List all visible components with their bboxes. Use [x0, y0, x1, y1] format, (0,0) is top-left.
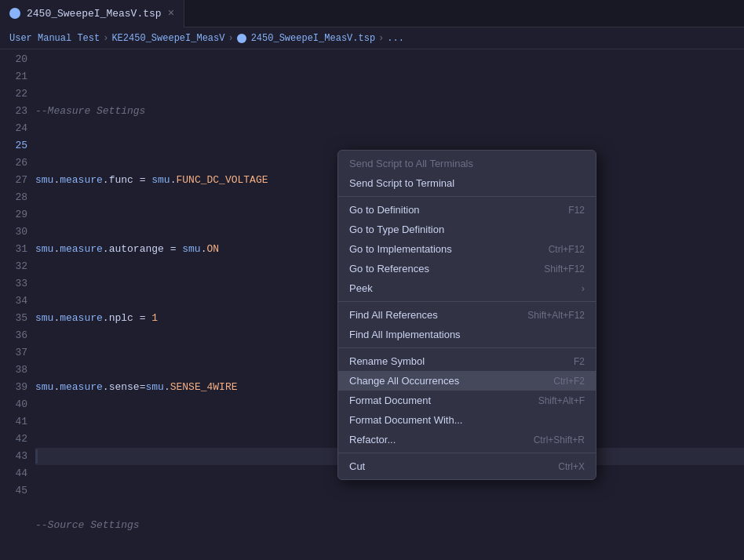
menu-label-format-document-with: Format Document With... — [349, 414, 462, 426]
breadcrumb-sep-1: › — [103, 33, 108, 44]
menu-separator-4 — [338, 453, 596, 453]
menu-item-change-all-occurrences[interactable]: Change All Occurrences Ctrl+F2 — [338, 371, 596, 391]
menu-separator-1 — [338, 196, 596, 197]
tab-bar: 2450_SweepeI_MeasV.tsp × — [0, 0, 744, 27]
menu-label-go-to-definition: Go to Definition — [349, 204, 420, 216]
menu-label-change-all-occurrences: Change All Occurrences — [349, 375, 459, 387]
breadcrumb: User Manual Test › KE2450_SweepeI_MeasV … — [0, 27, 744, 49]
menu-item-format-document-with[interactable]: Format Document With... — [338, 410, 596, 430]
menu-label-refactor: Refactor... — [349, 434, 396, 445]
menu-item-go-to-references[interactable]: Go to References Shift+F12 — [338, 259, 596, 278]
menu-item-send-script-all[interactable]: Send Script to All Terminals — [338, 154, 596, 173]
breadcrumb-user-manual[interactable]: User Manual Test — [9, 33, 100, 44]
menu-label-cut: Cut — [349, 460, 365, 472]
menu-label-go-to-implementations: Go to Implementations — [349, 243, 452, 255]
menu-label-go-to-type-definition: Go to Type Definition — [349, 224, 444, 235]
menu-label-peek: Peek — [349, 282, 373, 294]
menu-separator-2 — [338, 301, 596, 302]
menu-item-send-script-terminal[interactable]: Send Script to Terminal — [338, 173, 596, 193]
breadcrumb-file-icon — [237, 34, 246, 43]
menu-item-format-document[interactable]: Format Document Shift+Alt+F — [338, 391, 596, 410]
breadcrumb-filename[interactable]: 2450_SweepeI_MeasV.tsp — [251, 33, 375, 44]
menu-label-rename-symbol: Rename Symbol — [349, 355, 425, 367]
menu-label-find-all-references: Find All References — [349, 309, 438, 321]
breadcrumb-sep-2: › — [228, 33, 233, 44]
breadcrumb-ke2450[interactable]: KE2450_SweepeI_MeasV — [111, 33, 224, 44]
menu-item-cut[interactable]: Cut Ctrl+X — [338, 456, 596, 476]
breadcrumb-ellipsis[interactable]: ... — [387, 33, 404, 44]
menu-shortcut-go-to-references: Shift+F12 — [544, 264, 585, 275]
line-numbers: 20 21 22 23 24 25 26 27 28 29 30 31 32 3… — [0, 49, 35, 560]
menu-shortcut-go-to-implementations: Ctrl+F12 — [549, 244, 585, 255]
code-line-26: --Source Settings — [35, 517, 744, 534]
file-icon — [9, 8, 20, 19]
code-line-20: --Measure Settings — [35, 103, 744, 120]
menu-item-go-to-definition[interactable]: Go to Definition F12 — [338, 200, 596, 220]
menu-shortcut-cut: Ctrl+X — [558, 461, 585, 472]
menu-item-find-all-implementations[interactable]: Find All Implementations — [338, 325, 596, 344]
editor-area: 20 21 22 23 24 25 26 27 28 29 30 31 32 3… — [0, 49, 744, 560]
menu-label-find-all-implementations: Find All Implementations — [349, 329, 461, 340]
text-cursor — [35, 449, 38, 464]
context-menu: Send Script to All Terminals Send Script… — [337, 150, 596, 480]
menu-shortcut-format-document: Shift+Alt+F — [538, 395, 585, 406]
peek-arrow-icon: › — [582, 282, 585, 294]
menu-shortcut-go-to-definition: F12 — [568, 205, 585, 216]
menu-label-format-document: Format Document — [349, 395, 431, 406]
tab-label: 2450_SweepeI_MeasV.tsp — [27, 8, 162, 20]
tab-close-button[interactable]: × — [168, 7, 174, 20]
menu-shortcut-rename-symbol: F2 — [574, 356, 585, 367]
menu-shortcut-change-all-occurrences: Ctrl+F2 — [553, 376, 585, 387]
menu-item-go-to-implementations[interactable]: Go to Implementations Ctrl+F12 — [338, 239, 596, 259]
menu-item-find-all-references[interactable]: Find All References Shift+Alt+F12 — [338, 305, 596, 325]
menu-item-peek[interactable]: Peek › — [338, 278, 596, 298]
breadcrumb-sep-3: › — [378, 33, 384, 44]
menu-shortcut-find-all-references: Shift+Alt+F12 — [527, 310, 585, 321]
menu-label-go-to-references: Go to References — [349, 263, 429, 275]
menu-item-go-to-type-definition[interactable]: Go to Type Definition — [338, 220, 596, 239]
menu-separator-3 — [338, 347, 596, 348]
menu-label-send-script-all: Send Script to All Terminals — [349, 158, 473, 169]
menu-shortcut-refactor: Ctrl+Shift+R — [534, 435, 585, 445]
menu-label-send-script-terminal: Send Script to Terminal — [349, 177, 454, 189]
active-tab[interactable]: 2450_SweepeI_MeasV.tsp × — [0, 0, 184, 27]
menu-item-refactor[interactable]: Refactor... Ctrl+Shift+R — [338, 430, 596, 449]
menu-item-rename-symbol[interactable]: Rename Symbol F2 — [338, 351, 596, 371]
